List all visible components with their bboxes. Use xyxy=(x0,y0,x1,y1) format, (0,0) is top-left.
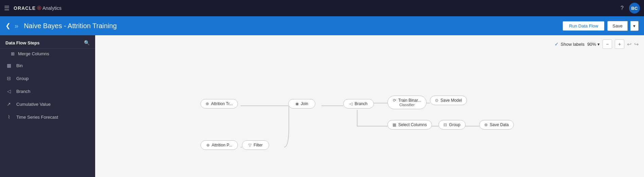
node-attrition-tr-label: Attrition Tr... xyxy=(211,101,233,106)
help-icon[interactable]: ? xyxy=(621,5,624,11)
node-select-columns-label: Select Columns xyxy=(398,122,427,127)
search-icon[interactable]: 🔍 xyxy=(84,40,90,45)
node-save-model-label: Save Model xyxy=(440,98,462,103)
node-join[interactable]: ◉ Join xyxy=(288,99,315,109)
canvas-area: ✓ Show labels 90% ▾ − + ↩ ↪ xyxy=(95,35,644,177)
flow-canvas: ⊕ Attrition Tr... ◉ Join ◁ Branch ⟳ Trai… xyxy=(95,35,644,177)
node-save-model[interactable]: ⊙ Save Model xyxy=(430,96,467,105)
sidebar-item-time-series-forecast[interactable]: ⌇ Time Series Forecast xyxy=(0,111,95,123)
sidebar-item-bin[interactable]: ▦ Bin xyxy=(0,59,95,72)
bin-icon: ▦ xyxy=(5,63,12,68)
filter-icon: ▽ xyxy=(248,143,251,148)
oracle-logo: ORACLE xyxy=(14,5,36,11)
attrition-tr-icon: ⊕ xyxy=(206,101,209,106)
sidebar-item-cumulative-value[interactable]: ↗ Cumulative Value xyxy=(0,98,95,111)
node-attrition-p-label: Attrition P... xyxy=(212,143,232,148)
train-binary-icon: ⟳ xyxy=(393,98,396,103)
node-attrition-p[interactable]: ⊕ Attrition P... xyxy=(201,140,238,150)
sidebar-item-merge-columns[interactable]: ⊞ Merge Columns xyxy=(0,48,95,59)
avatar[interactable]: BC xyxy=(629,3,640,14)
back-button[interactable]: ❮ xyxy=(5,22,11,29)
sidebar-header: Data Flow Steps 🔍 xyxy=(0,35,95,48)
time-series-icon: ⌇ xyxy=(5,114,12,120)
node-train-binary-sublabel: Classifier xyxy=(399,103,415,107)
sidebar-item-label: Bin xyxy=(16,63,23,68)
menu-icon[interactable]: ☰ xyxy=(4,4,10,12)
group-icon: ⊟ xyxy=(5,76,12,81)
sidebar-item-label: Cumulative Value xyxy=(16,102,51,107)
merge-columns-icon: ⊞ xyxy=(11,51,15,56)
select-columns-icon: ▦ xyxy=(393,122,396,127)
node-group-label: Group xyxy=(449,122,460,127)
header-band: ❮ » Naive Bayes - Attrition Training Run… xyxy=(0,16,644,35)
sidebar-item-label: Time Series Forecast xyxy=(16,115,58,120)
page-title: Naive Bayes - Attrition Training xyxy=(24,22,117,30)
sidebar-item-label: Branch xyxy=(16,89,30,94)
sidebar-item-label: Merge Columns xyxy=(18,51,49,56)
oracle-logo-dot: ® xyxy=(37,5,41,11)
save-model-icon: ⊙ xyxy=(435,98,438,103)
run-data-flow-button[interactable]: Run Data Flow xyxy=(562,21,605,31)
node-train-binary-label: Train Binar... xyxy=(398,98,421,103)
topbar: ☰ ORACLE ® Analytics ? BC xyxy=(0,0,644,16)
analytics-label: Analytics xyxy=(42,5,62,11)
main-layout: Data Flow Steps 🔍 ⊞ Merge Columns ▦ Bin … xyxy=(0,35,644,177)
topbar-right: ? BC xyxy=(621,3,640,14)
save-dropdown-button[interactable]: ▾ xyxy=(630,21,639,31)
node-branch[interactable]: ◁ Branch xyxy=(343,99,374,109)
branch-node-icon: ◁ xyxy=(349,101,352,106)
header-actions: Run Data Flow Save ▾ xyxy=(562,21,639,31)
node-save-data-label: Save Data xyxy=(490,122,509,127)
attrition-p-icon: ⊕ xyxy=(206,143,210,148)
node-save-data[interactable]: ⊕ Save Data xyxy=(479,120,514,130)
node-join-label: Join xyxy=(301,101,308,106)
node-attrition-tr[interactable]: ⊕ Attrition Tr... xyxy=(201,99,238,109)
logo: ORACLE ® Analytics xyxy=(14,5,62,11)
cumulative-value-icon: ↗ xyxy=(5,101,12,107)
node-filter[interactable]: ▽ Filter xyxy=(242,140,269,150)
sidebar: Data Flow Steps 🔍 ⊞ Merge Columns ▦ Bin … xyxy=(0,35,95,177)
node-filter-label: Filter xyxy=(254,143,263,148)
node-group[interactable]: ⊟ Group xyxy=(438,120,466,130)
node-train-binary[interactable]: ⟳ Train Binar... Classifier xyxy=(387,96,427,109)
node-select-columns[interactable]: ▦ Select Columns xyxy=(387,120,432,130)
sidebar-items: ⊞ Merge Columns ▦ Bin ⊟ Group ◁ Branch ↗… xyxy=(0,48,95,177)
group-node-icon: ⊟ xyxy=(443,122,447,127)
sidebar-item-branch[interactable]: ◁ Branch xyxy=(0,85,95,98)
save-button[interactable]: Save xyxy=(607,21,628,31)
node-branch-label: Branch xyxy=(354,101,367,106)
breadcrumb-icon: » xyxy=(15,22,18,30)
join-icon: ◉ xyxy=(295,101,299,106)
save-data-icon: ⊕ xyxy=(484,122,488,127)
sidebar-item-group[interactable]: ⊟ Group xyxy=(0,72,95,85)
sidebar-item-label: Group xyxy=(16,76,29,81)
sidebar-title: Data Flow Steps xyxy=(5,40,39,45)
branch-icon: ◁ xyxy=(5,88,12,94)
